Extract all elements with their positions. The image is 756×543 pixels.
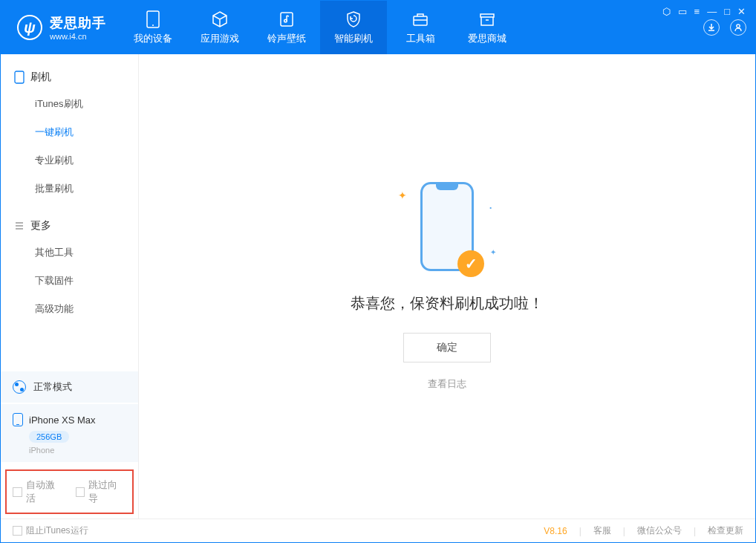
storage-badge: 256GB <box>29 431 69 443</box>
checkbox-stop-itunes[interactable]: 阻止iTunes运行 <box>13 524 88 537</box>
version-label: V8.16 <box>544 526 567 536</box>
sidebar-item-itunes-flash[interactable]: iTunes刷机 <box>1 90 138 118</box>
main-tabs: 我的设备 应用游戏 铃声壁纸 智能刷机 工具箱 爱思商城 <box>120 1 521 54</box>
svg-point-5 <box>737 25 740 27</box>
window-controls: ⬡ ▭ ≡ — □ ✕ <box>662 6 746 17</box>
device-icon <box>144 10 162 28</box>
tab-flash[interactable]: 智能刷机 <box>320 1 387 54</box>
mode-icon <box>13 380 26 394</box>
svg-rect-4 <box>414 16 427 25</box>
cube-icon <box>211 10 229 28</box>
sidebar: 刷机 iTunes刷机 一键刷机 专业刷机 批量刷机 更多 其他工具 下载固件 … <box>1 54 139 518</box>
device-type: iPhone <box>29 446 126 455</box>
sidebar-head-flash: 刷机 <box>1 65 138 90</box>
checkbox-icon <box>13 526 22 536</box>
svg-point-3 <box>284 19 287 22</box>
checkbox-icon <box>76 487 85 497</box>
tab-store[interactable]: 爱思商城 <box>454 1 521 54</box>
tab-apps[interactable]: 应用游戏 <box>186 1 253 54</box>
app-window: ⬡ ▭ ≡ — □ ✕ ψ 爱思助手 www.i4.cn 我的设备 应用游戏 <box>0 0 756 543</box>
sidebar-item-download-firmware[interactable]: 下载固件 <box>1 267 138 295</box>
hex-icon[interactable]: ⬡ <box>662 6 671 17</box>
device-box[interactable]: iPhone XS Max 256GB iPhone <box>1 404 138 462</box>
app-subtitle: www.i4.cn <box>50 32 106 41</box>
checkbox-auto-activate[interactable]: 自动激活 <box>13 478 64 505</box>
sidebar-item-advanced[interactable]: 高级功能 <box>1 295 138 323</box>
success-illustration: ✦ ✦ • ✓ <box>420 182 474 271</box>
list-icon <box>14 221 25 231</box>
titlebar: ⬡ ▭ ≡ — □ ✕ ψ 爱思助手 www.i4.cn 我的设备 应用游戏 <box>1 1 755 54</box>
checkbox-row: 自动激活 跳过向导 <box>5 469 134 514</box>
toolbox-icon <box>411 10 429 28</box>
music-icon <box>278 10 296 28</box>
logo-area: ψ 爱思助手 www.i4.cn <box>1 1 120 54</box>
shield-icon <box>345 10 362 28</box>
sparkle-icon: • <box>489 204 492 211</box>
view-log-link[interactable]: 查看日志 <box>428 377 466 391</box>
store-icon <box>478 10 496 28</box>
sidebar-item-oneclick-flash[interactable]: 一键刷机 <box>1 118 138 146</box>
svg-rect-6 <box>15 71 24 83</box>
main-content: ✦ ✦ • ✓ 恭喜您，保资料刷机成功啦！ 确定 查看日志 <box>139 54 755 518</box>
phone-outline-icon <box>14 71 25 84</box>
sidebar-item-batch-flash[interactable]: 批量刷机 <box>1 175 138 203</box>
logo-icon: ψ <box>17 15 42 40</box>
sidebar-head-more: 更多 <box>1 213 138 238</box>
wechat-link[interactable]: 微信公众号 <box>637 524 682 537</box>
tab-ringtones[interactable]: 铃声壁纸 <box>253 1 320 54</box>
success-message: 恭喜您，保资料刷机成功啦！ <box>351 293 544 313</box>
sidebar-item-pro-flash[interactable]: 专业刷机 <box>1 146 138 175</box>
menu-icon[interactable]: ≡ <box>694 6 700 17</box>
tab-toolbox[interactable]: 工具箱 <box>387 1 454 54</box>
mode-box[interactable]: 正常模式 <box>1 371 138 403</box>
device-phone-icon <box>13 413 23 426</box>
note-icon[interactable]: ▭ <box>678 6 687 17</box>
ok-button[interactable]: 确定 <box>403 333 491 362</box>
update-link[interactable]: 检查更新 <box>708 524 743 537</box>
download-icon[interactable] <box>703 19 720 36</box>
support-link[interactable]: 客服 <box>593 524 611 537</box>
device-name: iPhone XS Max <box>29 414 96 426</box>
user-icon[interactable] <box>730 19 746 36</box>
sidebar-item-other-tools[interactable]: 其他工具 <box>1 238 138 267</box>
checkbox-skip-guide[interactable]: 跳过向导 <box>76 478 127 505</box>
minimize-icon[interactable]: — <box>707 6 717 17</box>
sparkle-icon: ✦ <box>490 248 496 256</box>
check-badge-icon: ✓ <box>457 250 484 277</box>
mode-label: 正常模式 <box>33 380 72 394</box>
svg-point-1 <box>152 25 154 26</box>
app-title: 爱思助手 <box>50 14 106 32</box>
body: 刷机 iTunes刷机 一键刷机 专业刷机 批量刷机 更多 其他工具 下载固件 … <box>1 54 755 518</box>
checkbox-icon <box>13 487 22 497</box>
statusbar: 阻止iTunes运行 V8.16 | 客服 | 微信公众号 | 检查更新 <box>1 518 755 542</box>
maximize-icon[interactable]: □ <box>724 6 730 17</box>
tab-my-device[interactable]: 我的设备 <box>120 1 186 54</box>
sparkle-icon: ✦ <box>398 189 407 201</box>
close-icon[interactable]: ✕ <box>737 6 746 17</box>
